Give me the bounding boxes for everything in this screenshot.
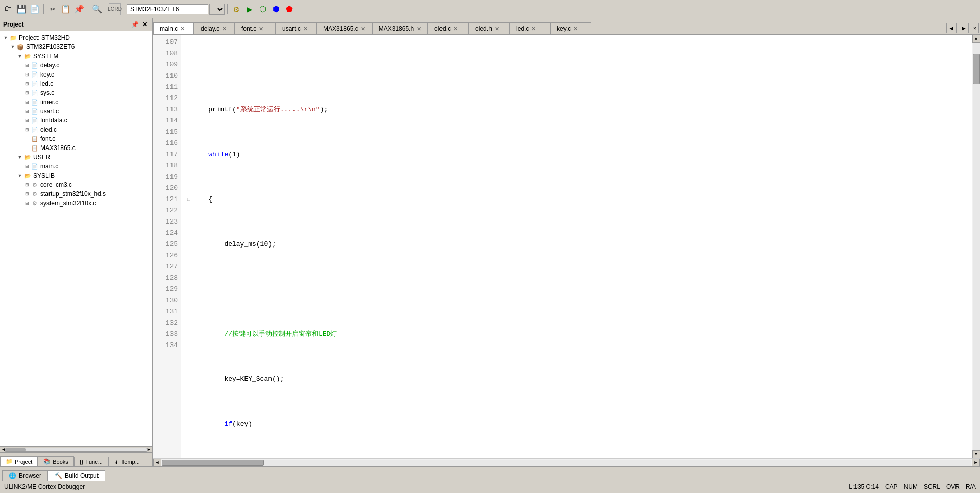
tree-item-startup[interactable]: ⊞ ⚙ startup_stm32f10x_hd.s: [0, 189, 152, 199]
tab-oled-h[interactable]: oled.h ✕: [469, 22, 509, 34]
tab-key-c-close[interactable]: ✕: [573, 26, 578, 32]
tab-main-c-close[interactable]: ✕: [180, 26, 185, 32]
toolbar-dropdown[interactable]: [209, 4, 225, 15]
toolbar-icon-4[interactable]: ✂: [46, 3, 59, 15]
toolbar-flash-icon[interactable]: ⬟: [283, 3, 296, 15]
tab-nav-left[interactable]: ◀: [946, 23, 957, 33]
toolbar-build-icon[interactable]: ⚙: [230, 3, 242, 15]
device-selector[interactable]: STM32F103ZET6: [127, 4, 208, 14]
tab-font-c[interactable]: font.c ✕: [235, 22, 276, 34]
toggle-user[interactable]: ▼: [16, 154, 23, 161]
tab-max31865-c[interactable]: MAX31865.c ✕: [316, 22, 372, 34]
tree-item-led[interactable]: ⊞ 📄 led.c: [0, 79, 152, 88]
sidebar-scroll-right[interactable]: ▶: [148, 447, 150, 452]
toggle-sys[interactable]: ⊞: [23, 89, 31, 96]
tab-led-c[interactable]: led.c ✕: [509, 22, 550, 34]
toolbar-icon-5[interactable]: 📋: [60, 3, 72, 15]
sidebar-tab-books[interactable]: 📚 Books: [38, 456, 74, 466]
toolbar-icon-2[interactable]: 💾: [15, 3, 28, 15]
toolbar-icon-6[interactable]: 📌: [73, 3, 85, 15]
tree-item-corecm3[interactable]: ⊞ ⚙ core_cm3.c: [0, 180, 152, 189]
toggle-project[interactable]: ▼: [2, 34, 9, 41]
tab-led-c-label: led.c: [516, 25, 529, 32]
tab-oled-h-close[interactable]: ✕: [495, 26, 499, 32]
tab-nav-right[interactable]: ▶: [959, 23, 969, 33]
tree-item-user[interactable]: ▼ 📂 USER: [0, 153, 152, 162]
tab-usart-c-close[interactable]: ✕: [303, 26, 308, 32]
tree-item-key[interactable]: ⊞ 📄 key.c: [0, 70, 152, 79]
hscroll-left[interactable]: ◀: [153, 459, 161, 467]
toggle-system32[interactable]: ⊞: [23, 200, 31, 207]
tree-item-timer[interactable]: ⊞ 📄 timer.c: [0, 97, 152, 107]
code-vscroll[interactable]: ▲ ▼: [972, 35, 980, 458]
tab-delay-c-close[interactable]: ✕: [222, 26, 227, 32]
tree-item-max31865c[interactable]: ⊞ 📋 MAX31865.c: [0, 143, 152, 153]
tree-item-sys[interactable]: ⊞ 📄 sys.c: [0, 88, 152, 97]
toolbar-icon-3[interactable]: 📄: [29, 3, 41, 15]
tree-item-stm32[interactable]: ▼ 📦 STM32F103ZET6: [0, 42, 152, 52]
pin-icon[interactable]: 📌: [131, 20, 139, 29]
toggle-delay[interactable]: ⊞: [23, 62, 31, 69]
code-line-111: □: [185, 284, 972, 295]
toggle-system[interactable]: ▼: [16, 53, 23, 60]
vscroll-thumb[interactable]: [973, 54, 980, 84]
toggle-oled[interactable]: ⊞: [23, 126, 31, 133]
tab-close-all[interactable]: ✕: [971, 23, 979, 33]
toolbar-debug-icon[interactable]: ▶: [243, 3, 256, 15]
toggle-usart[interactable]: ⊞: [23, 108, 31, 115]
vscroll-track[interactable]: [973, 43, 980, 450]
toolbar-icon-7[interactable]: 🔍: [91, 3, 103, 15]
tree-item-project[interactable]: ▼ 📁 Project: STM32HD: [0, 33, 152, 42]
tab-key-c[interactable]: key.c ✕: [550, 22, 591, 34]
tree-item-font[interactable]: ⊞ 📋 font.c: [0, 134, 152, 143]
close-sidebar-icon[interactable]: ✕: [141, 20, 149, 29]
tree-item-oled[interactable]: ⊞ 📄 oled.c: [0, 125, 152, 134]
tab-max31865-c-close[interactable]: ✕: [361, 26, 365, 32]
toggle-corecm3[interactable]: ⊞: [23, 181, 31, 188]
sidebar-tab-project[interactable]: 📁 Project: [0, 456, 38, 466]
tree-item-usart[interactable]: ⊞ 📄 usart.c: [0, 107, 152, 116]
vscroll-up[interactable]: ▲: [972, 35, 981, 43]
toolbar-step-icon[interactable]: ⬢: [270, 3, 282, 15]
toolbar-stop-icon[interactable]: ⬡: [257, 3, 269, 15]
code-hscroll[interactable]: ◀ ▶: [153, 458, 980, 466]
tab-led-c-close[interactable]: ✕: [531, 26, 536, 32]
vscroll-down[interactable]: ▼: [972, 450, 981, 458]
tab-max31865-h-close[interactable]: ✕: [416, 26, 421, 32]
tree-item-syslib[interactable]: ▼ 📂 SYSLIB: [0, 171, 152, 180]
tab-usart-c[interactable]: usart.c ✕: [276, 22, 316, 34]
code-content[interactable]: □ printf("系统正常运行.....\r\n"); □ while(1) …: [181, 35, 972, 458]
tab-max31865-h[interactable]: MAX31865.h ✕: [372, 22, 428, 34]
sidebar-tab-temp[interactable]: 🌡 Temp...: [108, 457, 145, 466]
toggle-timer[interactable]: ⊞: [23, 98, 31, 106]
toggle-stm32[interactable]: ▼: [9, 43, 16, 51]
tree-item-fontdata[interactable]: ⊞ 📄 fontdata.c: [0, 116, 152, 125]
code-text-109: {: [192, 194, 972, 205]
sidebar-tab-func[interactable]: {} Func...: [74, 457, 108, 466]
tree-item-system[interactable]: ▼ 📂 SYSTEM: [0, 52, 152, 61]
toggle-fontdata[interactable]: ⊞: [23, 117, 31, 124]
hscroll-right[interactable]: ▶: [972, 459, 980, 467]
tab-main-c[interactable]: main.c ✕: [153, 22, 194, 34]
tab-delay-c[interactable]: delay.c ✕: [194, 22, 235, 34]
hscroll-track[interactable]: [162, 460, 971, 466]
tree-item-delay[interactable]: ⊞ 📄 delay.c: [0, 61, 152, 70]
sidebar-scroll-x[interactable]: ◀ ▶: [0, 446, 152, 452]
tree-item-system32[interactable]: ⊞ ⚙ system_stm32f10x.c: [0, 199, 152, 208]
tree-item-mainc[interactable]: ⊞ 📄 main.c: [0, 162, 152, 171]
code-text-114: if(key): [192, 418, 972, 430]
tab-font-c-close[interactable]: ✕: [259, 26, 263, 32]
sidebar-scroll-track[interactable]: [5, 448, 147, 452]
bottom-tab-build-output[interactable]: 🔨 Build Output: [48, 470, 105, 481]
hscroll-thumb[interactable]: [162, 460, 264, 466]
arrow-109[interactable]: □: [185, 194, 192, 205]
toolbar-icon-1[interactable]: 🗂: [2, 3, 14, 15]
toggle-key[interactable]: ⊞: [23, 71, 31, 78]
bottom-tab-browser[interactable]: 🌐 Browser: [2, 470, 48, 481]
toggle-startup[interactable]: ⊞: [23, 190, 31, 198]
toggle-led[interactable]: ⊞: [23, 80, 31, 87]
tab-oled-c[interactable]: oled.c ✕: [428, 22, 469, 34]
toggle-mainc[interactable]: ⊞: [23, 163, 31, 170]
toggle-syslib[interactable]: ▼: [16, 172, 23, 179]
tab-oled-c-close[interactable]: ✕: [453, 26, 458, 32]
